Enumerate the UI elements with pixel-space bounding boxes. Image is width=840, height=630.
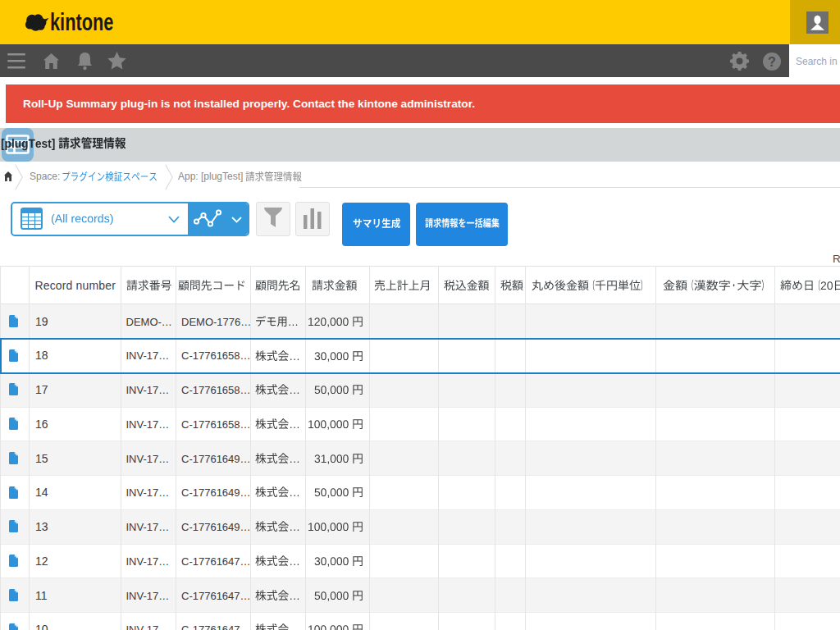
- svg-text:?: ?: [768, 55, 776, 69]
